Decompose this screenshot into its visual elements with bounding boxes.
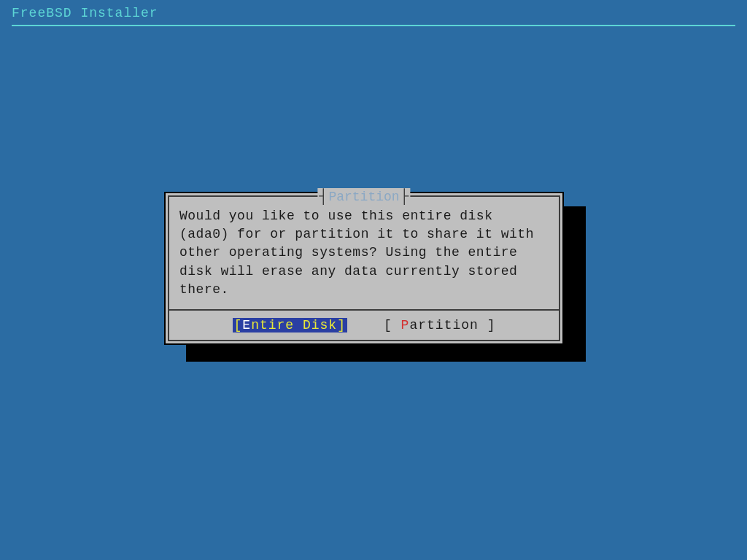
installer-title: FreeBSD Installer [12,6,158,20]
partition-dialog: ┤ Partition ├ Would you like to use this… [164,192,564,345]
dialog-title: Partition [328,190,400,204]
dialog-title-wrapper: ┤ Partition ├ [317,188,410,205]
dialog-button-row: [Entire Disk] [ Partition ] [169,311,559,340]
entire-disk-button[interactable]: [Entire Disk] [233,318,347,332]
dialog-message: Would you like to use this entire disk (… [169,197,559,309]
title-bracket-right: ├ [400,188,409,205]
title-bracket-left: ┤ [319,188,328,205]
dialog-frame: ┤ Partition ├ Would you like to use this… [168,195,560,341]
partition-button[interactable]: [ Partition ] [384,318,495,332]
header-divider [12,25,735,26]
installer-header: FreeBSD Installer [0,0,747,23]
